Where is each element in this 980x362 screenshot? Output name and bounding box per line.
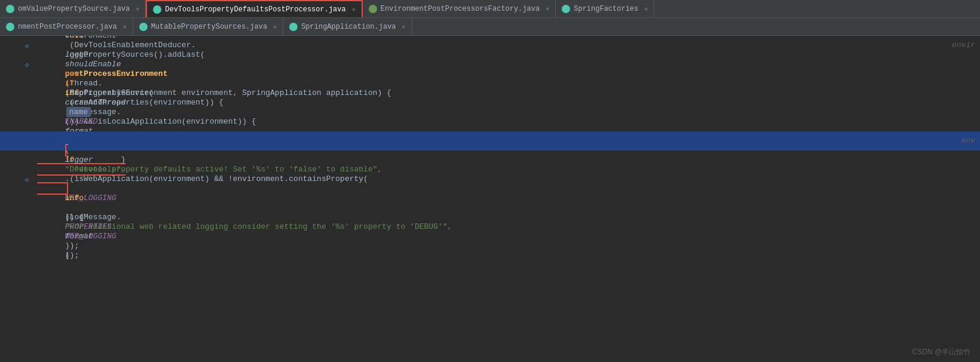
tab-close-spring[interactable]: ✕	[644, 5, 648, 13]
field-weblogging2: WEB_LOGGING	[65, 232, 117, 241]
watermark: CSDN @半山惊竹	[912, 347, 970, 357]
tab-close-b1[interactable]: ✕	[123, 23, 127, 30]
tab-envfactory[interactable]: EnvironmentPostProcessorsFactory.java ✕	[363, 0, 556, 17]
tab-icon-b1	[6, 23, 14, 31]
code-area: ◇ public void postProcessEnvironment (Co…	[0, 36, 980, 362]
tab-icon-green	[369, 5, 377, 13]
tab-label-b2: MutablePropertySources.java	[151, 23, 267, 31]
tab-close-b2[interactable]: ✕	[273, 23, 277, 30]
tab-mutable[interactable]: MutablePropertySources.java ✕	[133, 18, 283, 35]
tab-close-active[interactable]: ✕	[352, 6, 356, 13]
tab-icon-teal2	[153, 5, 161, 14]
tab-label: omValuePropertySource.java	[18, 5, 130, 13]
tab-springfact[interactable]: SpringFactories ✕	[556, 0, 654, 17]
tab-close[interactable]: ✕	[136, 5, 139, 13]
var-logger2: logger	[65, 155, 93, 164]
tab-label-env: EnvironmentPostProcessorsFactory.java	[381, 5, 540, 13]
bookmark-8: ◇	[22, 176, 32, 183]
tab-close-b3[interactable]: ✕	[402, 23, 406, 30]
tab-icon-teal	[6, 5, 14, 13]
tab-omvalue[interactable]: omValuePropertySource.java ✕	[0, 0, 146, 17]
tab-icon-teal3	[562, 5, 570, 13]
tab-bar-top: omValuePropertySource.java ✕ DevToolsPro…	[0, 0, 980, 18]
tab-springapp[interactable]: SpringApplication.java ✕	[283, 18, 412, 35]
var-environment: environment	[65, 36, 117, 40]
tab-close-env[interactable]: ✕	[546, 5, 549, 13]
bookmark-1: ◇	[22, 42, 32, 50]
tab-label-spring: SpringFactories	[574, 5, 638, 13]
bookmark-2: ◇	[22, 61, 32, 69]
tab-label-b3: SpringApplication.java	[301, 23, 396, 31]
tab-label-b1: nmentPostProcessor.java	[18, 23, 117, 31]
code-line-11: WEB_LOGGING ));	[0, 227, 980, 246]
tab-bar-bottom: nmentPostProcessor.java ✕ MutablePropert…	[0, 18, 980, 36]
tab-icon-b3	[289, 23, 298, 31]
kw-new: new	[65, 69, 79, 78]
tab-devtools[interactable]: DevToolsPropertyDefaultsPostProcessor.ja…	[146, 0, 362, 17]
tab-label-active: DevToolsPropertyDefaultsPostProcessor.ja…	[165, 5, 345, 14]
tab-env-proc[interactable]: nmentPostProcessor.java ✕	[0, 18, 133, 35]
code-content-11: WEB_LOGGING ));	[32, 189, 980, 284]
tab-icon-b2	[139, 23, 148, 31]
